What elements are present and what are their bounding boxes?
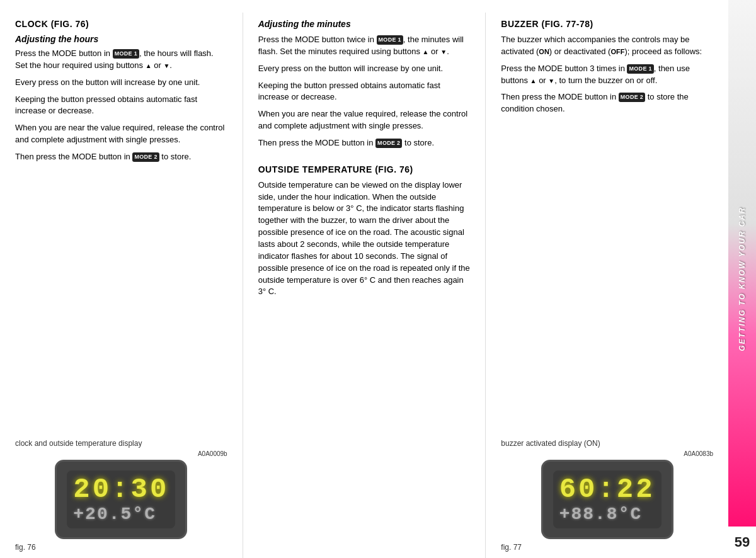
mode1-badge-1: MODE 1 <box>113 49 139 59</box>
spacer-1 <box>15 168 227 439</box>
mode1-badge-2: MODE 1 <box>377 35 403 45</box>
mode2-badge-1: MODE 2 <box>132 152 159 162</box>
clock-display-container: 20:30 +20.5°C <box>15 460 227 539</box>
buzzer-display-temp: +88.8°C <box>559 506 655 523</box>
buzzer-display-inner: 60:22 +88.8°C <box>553 470 662 528</box>
clock-display-box: 20:30 +20.5°C <box>55 460 187 539</box>
arrow-up-1 <box>146 60 152 70</box>
outside-para-1: Outside temperature can be viewed on the… <box>258 179 471 298</box>
outside-heading: OUTSIDE TEMPERATURE (fig. 76) <box>258 164 471 174</box>
buzzer-display-container: 60:22 +88.8°C <box>501 460 713 539</box>
minutes-para-4: When you are near the value required, re… <box>258 108 471 132</box>
mode2-badge-2: MODE 2 <box>375 139 402 148</box>
clock-para-4: When you are near the value required, re… <box>15 122 227 146</box>
clock-fig-bottom: clock and outside temperature display A0… <box>15 439 227 552</box>
buzzer-heading: BUZZER (fig. 77-78) <box>501 19 713 29</box>
clock-display-time: 20:30 <box>73 475 169 503</box>
clock-display-temp: +20.5°C <box>73 506 169 523</box>
sidebar-text: GETTING TO KNOW YOUR CAR <box>738 207 747 351</box>
mode1-badge-3: MODE 1 <box>627 64 653 74</box>
buzzer-fig-ref: A0A0083b <box>501 450 713 457</box>
sidebar-right: GETTING TO KNOW YOUR CAR 59 <box>728 0 756 558</box>
buzzer-para-2: Press the MODE button 3 times in MODE 1,… <box>501 63 713 87</box>
clock-para-3: Keeping the button pressed obtains autom… <box>15 94 227 118</box>
spacer-2 <box>501 120 713 439</box>
column-minutes: Adjusting the minutes Press the MODE but… <box>243 13 486 558</box>
clock-para-1: Press the MODE button in MODE 1, the hou… <box>15 48 227 72</box>
arrow-down-1 <box>163 60 169 70</box>
mode2-badge-3: MODE 2 <box>619 93 645 102</box>
minutes-para-2: Every press on the button will increase … <box>258 63 471 75</box>
column-clock: CLOCK (fig. 76) Adjusting the hours Pres… <box>0 13 243 558</box>
outside-section: OUTSIDE TEMPERATURE (fig. 76) Outside te… <box>258 164 471 303</box>
minutes-para-3: Keeping the button pressed obtains autom… <box>258 80 471 104</box>
arrow-up-3 <box>530 76 537 85</box>
clock-heading: CLOCK (fig. 76) <box>15 19 227 29</box>
buzzer-display-time: 60:22 <box>559 475 655 503</box>
clock-para-5: Then press the MODE button in MODE 2 to … <box>15 151 227 163</box>
arrow-up-2 <box>423 47 429 56</box>
arrow-down-3 <box>548 76 554 85</box>
clock-display-inner: 20:30 +20.5°C <box>67 470 175 528</box>
clock-fig-ref: A0A0009b <box>15 450 227 457</box>
arrow-down-2 <box>440 47 447 56</box>
buzzer-para-3: Then press the MODE button in MODE 2 to … <box>501 91 713 115</box>
main-content: CLOCK (fig. 76) Adjusting the hours Pres… <box>0 0 728 558</box>
buzzer-fig-caption: buzzer activated display (ON) <box>501 439 713 448</box>
minutes-heading: Adjusting the minutes <box>258 19 471 29</box>
clock-subheading: Adjusting the hours <box>15 34 227 44</box>
off-badge: OFF <box>610 47 624 57</box>
minutes-para-1: Press the MODE button twice in MODE 1, t… <box>258 34 471 58</box>
clock-fig-caption: clock and outside temperature display <box>15 439 227 448</box>
buzzer-fig-label: fig. 77 <box>501 543 713 552</box>
buzzer-para-1: The buzzer which accompanies the control… <box>501 34 713 58</box>
minutes-para-5: Then press the MODE button in MODE 2 to … <box>258 137 471 149</box>
column-buzzer: BUZZER (fig. 77-78) The buzzer which acc… <box>486 13 728 558</box>
on-badge: ON <box>539 47 549 57</box>
buzzer-fig-bottom: buzzer activated display (ON) A0A0083b 6… <box>501 439 713 552</box>
clock-fig-label: fig. 76 <box>15 543 227 552</box>
clock-para-2: Every press on the button will increase … <box>15 77 227 89</box>
columns-area: CLOCK (fig. 76) Adjusting the hours Pres… <box>0 0 728 558</box>
buzzer-display-box: 60:22 +88.8°C <box>541 460 673 539</box>
page-number: 59 <box>728 527 756 558</box>
